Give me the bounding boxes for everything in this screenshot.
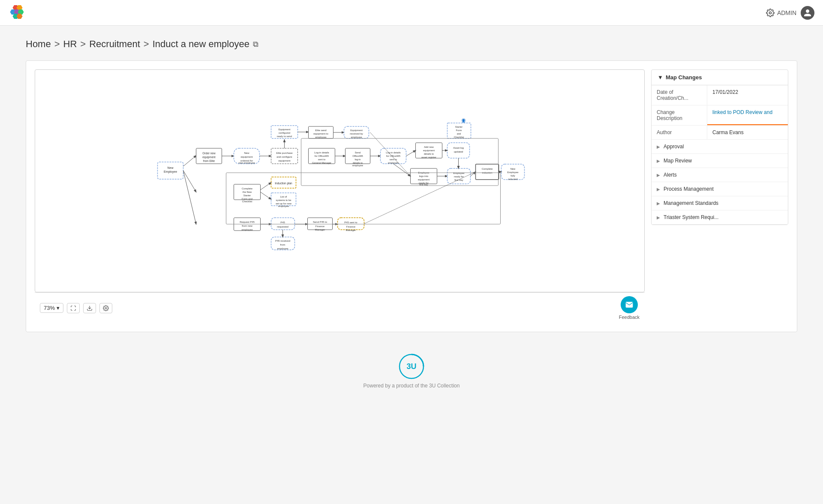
settings-button[interactable] <box>99 303 112 313</box>
zoom-control[interactable]: 73% ▾ <box>40 303 63 313</box>
gear-icon[interactable] <box>766 9 775 17</box>
breadcrumb-hr[interactable]: HR <box>63 39 77 50</box>
external-link-icon[interactable]: ⧉ <box>253 40 258 49</box>
svg-text:Employee: Employee <box>508 171 519 174</box>
svg-text:Employee: Employee <box>454 172 465 174</box>
svg-text:for Office365: for Office365 <box>386 155 400 157</box>
svg-text:from: from <box>280 243 285 246</box>
panel-label-author: Author <box>652 126 707 139</box>
section-label-triaster: Triaster System Requi... <box>664 214 718 220</box>
svg-text:Form: Form <box>456 129 462 132</box>
svg-text:P45 received: P45 received <box>275 240 290 242</box>
flow-wrapper: New Employee Order new equipment from El… <box>35 69 645 323</box>
svg-text:ready for: ready for <box>454 175 464 178</box>
svg-text:first day: first day <box>454 179 463 181</box>
panel-section-mgmt-standards[interactable]: ▶ Management Standards <box>652 196 788 210</box>
svg-text:Manager: Manager <box>315 228 325 231</box>
svg-text:Checklist: Checklist <box>242 200 252 203</box>
diagram-layout: New Employee Order new equipment from El… <box>35 69 788 323</box>
chevron-map-review: ▶ <box>657 159 660 163</box>
section-label-map-review: Map Review <box>664 158 692 164</box>
breadcrumb-home[interactable]: Home <box>26 39 51 50</box>
breadcrumb: Home > HR > Recruitment > Induct a new e… <box>26 39 797 50</box>
svg-text:Elite send: Elite send <box>315 129 326 132</box>
svg-text:Employee: Employee <box>164 170 177 174</box>
panel-label-change: Change Description <box>652 105 707 125</box>
panel-section-approval[interactable]: ▶ Approval <box>652 140 788 154</box>
settings-icon <box>103 305 109 311</box>
svg-text:Office365: Office365 <box>352 155 363 157</box>
admin-label: ADMIN <box>777 9 796 16</box>
svg-text:ready to send: ready to send <box>277 135 292 138</box>
fullscreen-icon <box>70 305 76 311</box>
svg-text:employee: employee <box>277 247 288 250</box>
zoom-dropdown-icon: ▾ <box>57 305 60 311</box>
breadcrumb-sep2: > <box>80 39 86 50</box>
svg-text:3U: 3U <box>406 362 416 371</box>
svg-text:New: New <box>167 166 174 169</box>
breadcrumb-sep3: > <box>144 39 149 50</box>
svg-line-11 <box>183 156 196 166</box>
zoom-value: 73% <box>44 305 55 311</box>
svg-text:👤: 👤 <box>462 119 466 123</box>
svg-line-98 <box>406 150 416 156</box>
svg-text:and configure: and configure <box>276 156 292 158</box>
panel-row-author: Author Carma Evans <box>652 126 788 140</box>
panel-section-triaster[interactable]: ▶ Triaster System Requi... <box>652 210 788 225</box>
section-label-approval: Approval <box>664 144 684 150</box>
breadcrumb-current: Induct a new employee <box>153 39 249 50</box>
header: ADMIN <box>0 0 823 26</box>
panel-section-process-mgmt[interactable]: ▶ Process Management <box>652 182 788 196</box>
svg-text:requested: requested <box>277 225 288 228</box>
panel-row-change: Change Description linked to POD Review … <box>652 105 788 126</box>
section-label-mgmt-standards: Management Standards <box>664 200 718 206</box>
svg-text:Starter: Starter <box>243 194 251 197</box>
panel-row-date: Date of Creation/Ch... 17/01/2022 <box>652 85 788 105</box>
svg-text:equipment: equipment <box>418 178 430 181</box>
svg-line-12 <box>183 171 196 192</box>
svg-rect-125 <box>308 218 333 230</box>
svg-text:Checklist: Checklist <box>454 136 464 138</box>
feedback-button[interactable]: Feedback <box>619 296 640 320</box>
footer-tagline: Powered by a product of the 3U Collectio… <box>363 383 460 389</box>
section-label-alerts: Alerts <box>664 172 677 178</box>
svg-text:employee: employee <box>278 205 289 207</box>
mail-icon <box>625 300 634 309</box>
avatar[interactable] <box>801 6 814 20</box>
flow-diagram: New Employee Order new equipment from El… <box>35 70 644 280</box>
fullscreen-button[interactable] <box>67 303 80 313</box>
svg-text:asset register: asset register <box>421 156 436 159</box>
feedback-icon <box>621 296 638 313</box>
breadcrumb-sep1: > <box>54 39 60 50</box>
svg-text:Add new: Add new <box>424 146 434 148</box>
svg-text:List of: List of <box>280 195 287 198</box>
export-button[interactable] <box>83 303 96 313</box>
export-icon <box>87 305 93 311</box>
panel-section-map-review[interactable]: ▶ Map Review <box>652 154 788 168</box>
breadcrumb-recruitment[interactable]: Recruitment <box>89 39 140 50</box>
svg-text:employee: employee <box>352 164 363 167</box>
panel-value-date: 17/01/2022 <box>707 85 788 105</box>
chevron-triaster: ▶ <box>657 215 660 220</box>
section-label-process-mgmt: Process Management <box>664 186 714 192</box>
svg-text:new employee: new employee <box>238 162 255 164</box>
svg-text:inducted: inducted <box>508 178 518 180</box>
svg-text:for Office365: for Office365 <box>315 155 329 157</box>
feedback-label: Feedback <box>619 315 640 320</box>
logo-icon <box>9 3 27 22</box>
footer: 3U Powered by a product of the 3U Collec… <box>0 345 823 397</box>
logo[interactable] <box>9 3 27 22</box>
panel-section-alerts[interactable]: ▶ Alerts <box>652 168 788 182</box>
toolbar: 73% ▾ <box>35 292 645 323</box>
svg-text:Manager: Manager <box>346 229 356 231</box>
panel-header: ▼ Map Changes <box>652 70 788 85</box>
svg-line-116 <box>261 192 271 199</box>
svg-text:Send: Send <box>355 151 361 154</box>
svg-text:and: and <box>457 132 461 135</box>
svg-text:Induction plan: Induction plan <box>275 182 292 185</box>
svg-text:Order new: Order new <box>202 152 216 155</box>
collapse-icon[interactable]: ▼ <box>658 74 663 81</box>
svg-text:Complete: Complete <box>242 187 252 190</box>
svg-text:fully: fully <box>511 174 515 177</box>
svg-text:equipment: equipment <box>423 149 435 152</box>
